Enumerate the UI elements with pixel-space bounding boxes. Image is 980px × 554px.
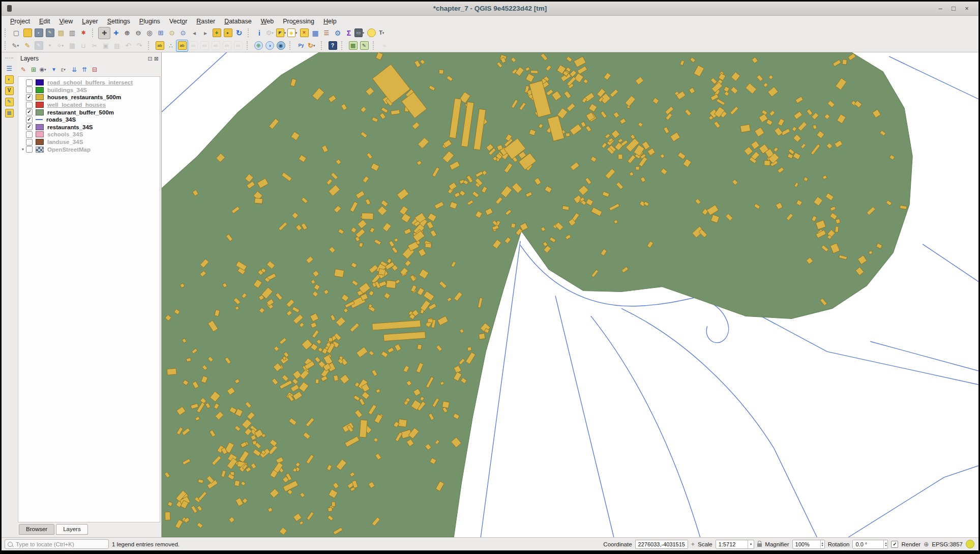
copy-features-button[interactable]: ▣: [100, 40, 111, 51]
zoom-to-layer-button[interactable]: ⊙: [177, 27, 189, 39]
vertex-tool-dropdown-icon[interactable]: ▾: [62, 44, 66, 48]
close-button[interactable]: ×: [960, 5, 973, 12]
layer-labeling-button[interactable]: ab: [154, 40, 165, 51]
layer-checkbox[interactable]: [26, 102, 33, 108]
save-project-as-button[interactable]: ✎: [44, 27, 55, 39]
manage-map-themes-dropdown-icon[interactable]: ▾: [44, 68, 48, 72]
show-bookmarks-button[interactable]: ▸: [222, 27, 233, 39]
map-canvas[interactable]: [162, 52, 978, 537]
menu-web[interactable]: Web: [256, 17, 278, 26]
run-feature-action-dropdown-icon[interactable]: ▾: [272, 31, 275, 35]
deselect-features-button[interactable]: ✕: [299, 27, 310, 39]
spinner-arrows-icon[interactable]: ▴▾: [883, 540, 887, 548]
quickmap-services-settings-button[interactable]: ◑: [264, 40, 275, 51]
locator-input[interactable]: [15, 541, 98, 548]
new-bookmark-button[interactable]: +: [211, 27, 222, 39]
add-wms-layer-button[interactable]: ◐: [4, 74, 15, 85]
zoom-next-button[interactable]: ▸: [200, 27, 211, 39]
layer-checkbox[interactable]: ✓: [26, 116, 33, 123]
crs-indicator[interactable]: EPSG:3857: [932, 541, 963, 547]
text-annotation-button[interactable]: T▾: [377, 27, 388, 39]
open-attribute-table-button[interactable]: ▦: [310, 27, 321, 39]
change-label-button[interactable]: ab: [232, 40, 244, 51]
menu-layer[interactable]: Layer: [77, 17, 102, 26]
menu-view[interactable]: View: [54, 17, 77, 26]
modify-attributes-button[interactable]: ▦: [67, 40, 78, 51]
open-project-button[interactable]: [22, 27, 33, 39]
coordinate-input[interactable]: 2276033,-4031515: [635, 540, 688, 549]
extents-icon[interactable]: +: [691, 541, 695, 547]
select-features-button[interactable]: ◤▾: [276, 27, 287, 39]
tab-layers[interactable]: Layers: [56, 524, 88, 535]
add-spatialite-layer-button[interactable]: ▦: [4, 107, 15, 119]
toggle-editing-button[interactable]: ✎: [22, 40, 33, 51]
rotation-spinner[interactable]: 0.0 ° ▴▾: [852, 540, 888, 549]
scale-value[interactable]: 1:5712: [716, 541, 748, 547]
collapse-all-button[interactable]: ⇈: [79, 65, 90, 75]
refresh-button[interactable]: ↻: [233, 27, 245, 39]
expand-all-button[interactable]: ⇊: [69, 65, 79, 75]
move-label-button[interactable]: ab: [210, 40, 221, 51]
layer-row[interactable]: ✓roads_34S: [18, 116, 160, 124]
delete-selected-button[interactable]: ⊔: [78, 40, 89, 51]
run-feature-action-button[interactable]: ⚙▾: [265, 27, 276, 39]
scale-combo[interactable]: 1:5712 ▾: [716, 540, 755, 549]
elevation-profile-button[interactable]: ≈: [379, 40, 390, 51]
save-layer-edits-button[interactable]: ✎: [33, 40, 44, 51]
layer-row[interactable]: landuse_34S: [18, 138, 160, 146]
layer-checkbox[interactable]: [26, 131, 33, 138]
add-group-button[interactable]: ⊞: [28, 65, 39, 75]
pan-map-to-selection-button[interactable]: ✚: [110, 27, 122, 39]
lock-scale-icon[interactable]: [757, 543, 762, 547]
render-checkbox[interactable]: ✓: [891, 541, 898, 548]
expand-icon[interactable]: ▾: [20, 147, 26, 152]
undo-button[interactable]: ↶: [123, 40, 134, 51]
select-features-by-value-button[interactable]: ◆▾: [287, 27, 299, 39]
float-panel-button[interactable]: ⊡: [148, 56, 153, 62]
field-calculator-button[interactable]: ☰: [321, 27, 332, 39]
identify-features-button[interactable]: i: [254, 27, 265, 39]
filter-legend-button[interactable]: ▼: [49, 65, 59, 75]
menu-raster[interactable]: Raster: [192, 17, 220, 26]
new-print-layout-button[interactable]: ▤: [55, 27, 67, 39]
zoom-out-button[interactable]: ⊖: [133, 27, 144, 39]
save-project-button[interactable]: ▪: [33, 27, 44, 39]
zoom-native-button[interactable]: ◎: [144, 27, 155, 39]
filter-by-expression-button[interactable]: ε▾: [59, 65, 69, 75]
layer-row[interactable]: ✓houses_restaurants_500m: [18, 94, 160, 101]
layer-row[interactable]: buildings_34S: [18, 86, 160, 94]
tab-browser[interactable]: Browser: [19, 524, 54, 535]
style-manager-button[interactable]: ✱: [78, 27, 89, 39]
spinner-arrows-icon[interactable]: ▴▾: [820, 540, 824, 548]
menu-settings[interactable]: Settings: [103, 17, 135, 26]
menu-plugins[interactable]: Plugins: [135, 17, 165, 26]
layer-checkbox[interactable]: [26, 79, 33, 86]
layer-checkbox[interactable]: ✓: [26, 109, 33, 115]
title-bar[interactable]: *chapter_7 - QGIS 9e45223d42 [tm] – □ ×: [2, 2, 978, 16]
zoom-last-button[interactable]: ◂: [189, 27, 200, 39]
layer-checkbox[interactable]: [26, 139, 33, 145]
measure-line-button[interactable]: ▭▾: [354, 27, 366, 39]
vertex-tool-button[interactable]: ✧▾: [55, 40, 67, 51]
quickmap-services-button[interactable]: ⊕: [253, 40, 264, 51]
add-feature-button[interactable]: ●: [44, 40, 55, 51]
rotation-value[interactable]: 0.0 °: [853, 541, 881, 547]
close-panel-button[interactable]: ⊠: [154, 56, 159, 62]
menu-vector[interactable]: Vector: [165, 17, 192, 26]
rotate-label-button[interactable]: ab: [221, 40, 232, 51]
layer-row[interactable]: ✓restaurant_buffer_500m: [18, 108, 160, 116]
redo-button[interactable]: ↷: [134, 40, 145, 51]
layer-checkbox[interactable]: ✓: [26, 124, 33, 130]
current-edits-dropdown-icon[interactable]: ▾: [17, 44, 21, 48]
map-view[interactable]: [162, 52, 978, 537]
manage-map-themes-button[interactable]: ◉▾: [39, 65, 49, 75]
current-edits-button[interactable]: ✎▾: [11, 40, 22, 51]
zoom-full-button[interactable]: ⊞: [155, 27, 166, 39]
layer-row[interactable]: road_school_buffers_intersect: [18, 79, 160, 86]
filter-by-expression-dropdown-icon[interactable]: ▾: [64, 68, 67, 72]
open-layer-styling-button[interactable]: ✎: [18, 65, 28, 75]
layer-checkbox[interactable]: [26, 146, 33, 153]
layer-list[interactable]: road_school_buffers_intersectbuildings_3…: [18, 76, 160, 522]
new-project-button[interactable]: ▢: [11, 27, 22, 39]
show-hide-labels-button[interactable]: ab: [199, 40, 210, 51]
